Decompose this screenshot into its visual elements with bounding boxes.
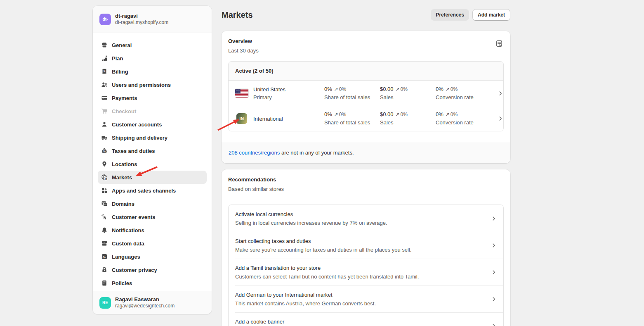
- recommendations-title: Recommendations: [228, 176, 504, 183]
- delta-arrow-icon: ↗: [334, 112, 338, 117]
- sidebar-item-customer-events[interactable]: Customer events: [98, 210, 207, 224]
- sidebar-item-label: Customer privacy: [112, 267, 157, 273]
- sidebar-item-plan[interactable]: Plan: [98, 52, 207, 65]
- sidebar-item-taxes-duties[interactable]: % Taxes and duties: [98, 144, 207, 157]
- market-name: International: [253, 115, 283, 123]
- stat-delta-value: 0%: [401, 112, 408, 117]
- chevron-right-icon[interactable]: [491, 296, 497, 302]
- sidebar-item-languages[interactable]: Az Languages: [98, 250, 207, 263]
- overview-title: Overview: [228, 38, 504, 45]
- chevron-right-icon[interactable]: [498, 116, 503, 121]
- stat-delta: ↗0%: [446, 112, 458, 117]
- recommendation-description: Selling in local currencies increases re…: [235, 219, 387, 227]
- delta-arrow-icon: ↗: [446, 86, 450, 92]
- sidebar-item-policies[interactable]: Policies: [98, 276, 207, 290]
- market-name: United States: [253, 86, 285, 93]
- settings-sidebar: dt- dt-ragavi dt-ragavi.myshopify.com Ge…: [93, 6, 212, 314]
- lock-icon: [101, 267, 108, 273]
- stat-value: 0%: [436, 86, 443, 93]
- sidebar-item-label: Users and permissions: [112, 82, 171, 88]
- sidebar-item-customer-accounts[interactable]: Customer accounts: [98, 118, 207, 131]
- delta-arrow-icon: ↗: [446, 112, 450, 117]
- stat-value: $0.00: [380, 86, 394, 93]
- recommendation-title: Add a Tamil translation to your store: [235, 264, 419, 272]
- overview-card: Overview Last 30 days Active (2 of 50) U…: [222, 31, 510, 163]
- sidebar-item-payments[interactable]: Payments: [98, 91, 207, 105]
- recommendation-cookie-banner[interactable]: Add a cookie banner Local privacy laws m…: [229, 312, 503, 326]
- recommendation-collect-taxes-duties[interactable]: Start collecting taxes and duties Make s…: [229, 232, 503, 259]
- store-header: dt- dt-ragavi dt-ragavi.myshopify.com: [93, 6, 212, 33]
- recommendation-add-german[interactable]: Add German to your International market …: [229, 286, 503, 312]
- map-pin-icon: [101, 161, 108, 167]
- sidebar-item-label: Taxes and duties: [112, 148, 155, 154]
- sidebar-item-label: Checkout: [112, 108, 136, 114]
- stat-value: 0%: [436, 111, 443, 118]
- store-avatar: dt-: [99, 14, 111, 25]
- sidebar-item-billing[interactable]: $ Billing: [98, 65, 207, 78]
- user-footer[interactable]: RE Ragavi Easwaran ragavi@wedesigntech.c…: [93, 291, 212, 314]
- sidebar-item-label: Plan: [112, 55, 123, 62]
- users-icon: [101, 81, 108, 88]
- header-buttons: Preferences Add market: [431, 9, 510, 21]
- sidebar-item-checkout: Checkout: [98, 105, 207, 118]
- chevron-right-icon[interactable]: [491, 269, 497, 275]
- sidebar-item-label: Custom data: [112, 240, 144, 247]
- globe-dollar-icon: $: [101, 174, 108, 181]
- market-identity: IN International: [235, 113, 324, 124]
- market-row-united-states[interactable]: United States Primary 0% ↗0% Share of to…: [229, 81, 503, 106]
- stat-share-of-sales: 0% ↗0% Share of total sales: [324, 111, 380, 126]
- sidebar-item-shipping-delivery[interactable]: Shipping and delivery: [98, 131, 207, 144]
- stat-delta-value: 0%: [451, 86, 458, 92]
- stat-sales: $0.00 ↗0% Sales: [380, 86, 436, 101]
- document-icon: [101, 280, 108, 286]
- sidebar-item-general[interactable]: General: [98, 38, 207, 52]
- stat-label: Share of total sales: [324, 94, 380, 101]
- preferences-button[interactable]: Preferences: [431, 9, 469, 21]
- stat-delta: ↗0%: [446, 86, 458, 92]
- sidebar-item-label: General: [112, 42, 132, 48]
- sidebar-item-domains[interactable]: Domains: [98, 197, 207, 210]
- add-market-button[interactable]: Add market: [472, 9, 510, 21]
- payments-card-icon: [101, 95, 108, 101]
- recommendations-list: Activate local currencies Selling in loc…: [228, 205, 504, 326]
- sidebar-item-locations[interactable]: Locations: [98, 157, 207, 171]
- sidebar-item-label: Customer accounts: [112, 121, 162, 128]
- sidebar-item-label: Locations: [112, 161, 137, 167]
- overview-card-header: Overview Last 30 days: [222, 31, 510, 61]
- cursor-click-icon: [101, 214, 108, 220]
- sidebar-item-customer-privacy[interactable]: Customer privacy: [98, 263, 207, 276]
- overview-footer: 208 countries/regions are not in any of …: [222, 142, 510, 163]
- us-flag-icon: [235, 89, 248, 98]
- chevron-right-icon[interactable]: [498, 90, 503, 96]
- stat-delta: ↗0%: [396, 112, 408, 117]
- stat-label: Sales: [380, 94, 436, 101]
- sidebar-item-label: Apps and sales channels: [112, 188, 176, 194]
- svg-text:A: A: [103, 255, 105, 259]
- translate-icon: Az: [101, 253, 108, 260]
- sidebar-item-markets[interactable]: $ Markets: [98, 171, 207, 184]
- stat-sales: $0.00 ↗0% Sales: [380, 111, 436, 126]
- chevron-right-icon[interactable]: [491, 216, 497, 221]
- countries-regions-link[interactable]: 208 countries/regions: [229, 150, 280, 156]
- sidebar-item-custom-data[interactable]: Custom data: [98, 237, 207, 250]
- recommendation-activate-local-currencies[interactable]: Activate local currencies Selling in loc…: [229, 205, 503, 232]
- stat-delta: ↗0%: [334, 112, 346, 117]
- recommendation-tamil-translation[interactable]: Add a Tamil translation to your store Cu…: [229, 259, 503, 286]
- sidebar-item-users-permissions[interactable]: Users and permissions: [98, 78, 207, 91]
- chevron-right-icon[interactable]: [491, 243, 497, 248]
- store-identity: dt-ragavi dt-ragavi.myshopify.com: [115, 13, 168, 26]
- active-markets-table: Active (2 of 50) United States Primary 0…: [228, 61, 504, 131]
- sidebar-item-label: Notifications: [112, 227, 144, 233]
- apps-grid-icon: [101, 187, 108, 194]
- recommendation-text: Add German to your International market …: [235, 291, 376, 307]
- sidebar-item-apps-sales-channels[interactable]: Apps and sales channels: [98, 184, 207, 197]
- stat-value: $0.00: [380, 111, 394, 118]
- sidebar-item-label: Shipping and delivery: [112, 135, 167, 141]
- stat-value: 0%: [324, 86, 332, 93]
- market-row-international[interactable]: IN International 0% ↗0% Share of total s…: [229, 106, 503, 131]
- view-report-icon[interactable]: [496, 40, 503, 48]
- chevron-right-icon[interactable]: [491, 323, 497, 326]
- sidebar-item-notifications[interactable]: Notifications: [98, 224, 207, 237]
- market-identity: United States Primary: [235, 86, 324, 101]
- active-markets-header: Active (2 of 50): [229, 62, 503, 81]
